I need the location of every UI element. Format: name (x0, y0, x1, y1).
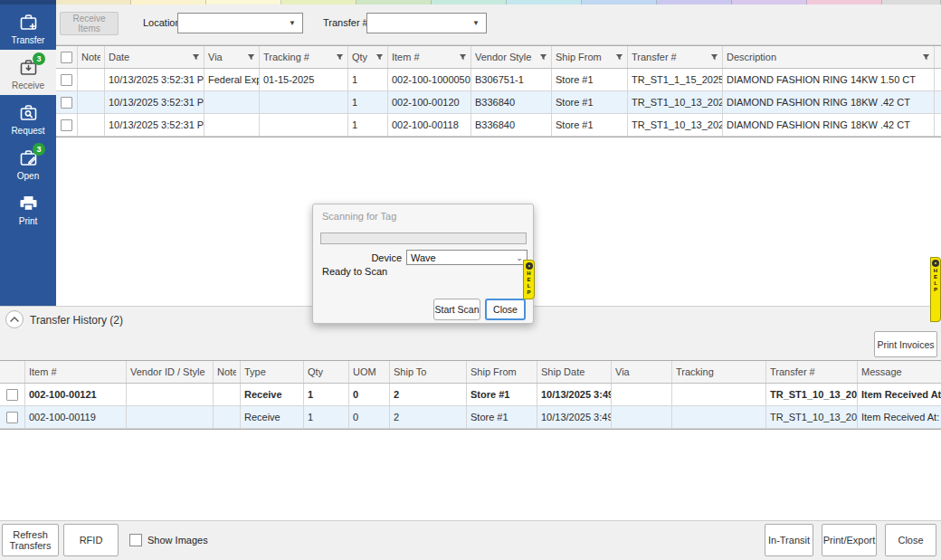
filter-icon[interactable] (459, 53, 467, 62)
column-header-via[interactable]: Via (204, 46, 260, 68)
column-header-qty[interactable]: Qty (348, 46, 388, 68)
close-button[interactable]: Close (885, 524, 936, 556)
filter-icon[interactable] (922, 53, 930, 62)
sidebar-item-request[interactable]: Request (0, 95, 56, 140)
column-header-description[interactable]: Description (723, 46, 935, 68)
cell-ship-date: 10/13/2025 3:49:0 (537, 384, 612, 405)
column-label: Transfer # (632, 46, 708, 68)
column-header-message[interactable]: Message (858, 361, 941, 383)
cell-transfer: TR_ST1_1_15_2025_1 (628, 69, 723, 90)
cell-note (78, 114, 105, 136)
table-row[interactable]: 10/13/2025 3:52:31 PM Federal Express 01… (56, 69, 941, 91)
transfer-number-dropdown[interactable]: ▼ (366, 13, 487, 33)
filter-icon[interactable] (336, 53, 344, 62)
filter-icon[interactable] (247, 53, 255, 62)
table-row[interactable]: 10/13/2025 3:52:31 PM 1 002-100-00118 B3… (56, 114, 941, 137)
collapse-history-button[interactable] (5, 310, 24, 328)
column-label: Ship From (556, 46, 613, 68)
column-header-transfer[interactable]: Transfer # (766, 361, 858, 383)
history-row[interactable]: 002-100-00121 Receive 1 0 2 Store #1 10/… (0, 384, 941, 406)
filter-icon[interactable] (192, 53, 200, 62)
column-header-note[interactable]: Note (214, 361, 241, 383)
cell-qty: 1 (348, 91, 388, 113)
cell-via (204, 114, 260, 136)
help-tab[interactable]: HELP (523, 260, 535, 299)
table-row[interactable]: 10/13/2025 3:52:31 PM 1 002-100-00120 B3… (56, 91, 941, 114)
column-label: Note (81, 46, 100, 68)
cell-note (78, 91, 105, 113)
column-header-note[interactable]: Note (78, 46, 105, 68)
cell-transfer: TR_ST1_10_13_2025_2 (766, 406, 858, 428)
device-select[interactable]: Wave ⌄ (406, 250, 528, 265)
in-transit-button[interactable]: In-Transit (765, 524, 813, 556)
cell-checkbox (0, 384, 25, 405)
column-header-date[interactable]: Date (105, 46, 204, 68)
cell-type: Receive (241, 384, 304, 405)
column-header-uom[interactable]: UOM (349, 361, 390, 383)
column-label: Via (208, 46, 245, 68)
row-checkbox[interactable] (61, 74, 72, 86)
cell-item: 002-100-1000050 (388, 69, 471, 90)
column-header-ship-from[interactable]: Ship From (467, 361, 537, 383)
dialog-close-button[interactable]: Close (485, 299, 526, 320)
filter-icon[interactable] (539, 53, 547, 62)
device-value: Wave (407, 252, 512, 263)
transfer-history-table: Item # Vendor ID / Style Note Type Qty U… (0, 360, 941, 430)
column-label: Message (861, 361, 937, 383)
sidebar-item-open[interactable]: 3 Open (0, 140, 56, 185)
cell-date: 10/13/2025 3:52:31 PM (105, 91, 204, 113)
briefcase-plus-icon (17, 12, 40, 33)
row-checkbox[interactable] (6, 412, 18, 423)
column-header-item[interactable]: Item # (25, 361, 127, 383)
column-header-ship-from[interactable]: Ship From (552, 46, 628, 68)
column-label: Ship To (394, 361, 462, 383)
refresh-transfers-button[interactable]: Refresh Transfers (2, 524, 59, 556)
cell-item: 002-100-00120 (388, 91, 471, 113)
cell-tracking (260, 114, 348, 136)
column-header-vendor-id-style[interactable]: Vendor ID / Style (127, 361, 214, 383)
help-tab-label: HELP (527, 271, 532, 296)
cell-uom: 0 (349, 406, 390, 428)
row-checkbox[interactable] (6, 389, 18, 401)
rfid-button[interactable]: RFID (63, 524, 119, 556)
filter-icon[interactable] (615, 53, 623, 62)
sidebar-item-print[interactable]: Print (0, 185, 56, 231)
history-row[interactable]: 002-100-00119 Receive 1 0 2 Store #1 10/… (0, 406, 941, 429)
cell-vendor-style: B306751-1 (471, 69, 552, 90)
show-images-checkbox[interactable] (129, 534, 142, 546)
sidebar-item-receive[interactable]: 3 Receive (0, 50, 56, 95)
cell-ship-from: Store #1 (552, 114, 628, 136)
sidebar-item-transfer[interactable]: Transfer (0, 5, 56, 50)
column-header-tracking[interactable]: Tracking (672, 361, 766, 383)
filter-icon[interactable] (710, 53, 718, 62)
select-all-cell (56, 46, 78, 68)
column-label: Via (615, 361, 668, 383)
cell-note (78, 69, 105, 90)
column-header-ship-date[interactable]: Ship Date (537, 361, 612, 383)
help-tab[interactable]: HELP (930, 257, 941, 322)
column-header-type[interactable]: Type (241, 361, 304, 383)
sidebar-item-label: Print (19, 216, 38, 226)
receive-items-button[interactable]: Receive Items (60, 12, 119, 35)
column-header-qty[interactable]: Qty (304, 361, 349, 383)
filter-icon[interactable] (375, 53, 384, 62)
start-scan-button[interactable]: Start Scan (433, 299, 480, 320)
transfer-number-label: Transfer # (323, 17, 368, 28)
cell-checkbox (56, 114, 78, 136)
row-checkbox[interactable] (61, 119, 72, 131)
column-header-transfer[interactable]: Transfer # (628, 46, 723, 68)
column-header-item[interactable]: Item # (388, 46, 471, 68)
select-all-checkbox[interactable] (61, 52, 72, 63)
device-label: Device (367, 252, 402, 263)
cell-qty: 1 (304, 406, 349, 428)
location-dropdown[interactable]: ▼ (177, 13, 303, 33)
cell-ship-date: 10/13/2025 3:49:0 (537, 406, 612, 428)
column-label: Qty (352, 46, 374, 68)
print-export-button[interactable]: Print/Export (822, 524, 877, 556)
column-header-vendor-style[interactable]: Vendor Style (471, 46, 552, 68)
column-header-via[interactable]: Via (612, 361, 672, 383)
column-header-tracking[interactable]: Tracking # (260, 46, 348, 68)
row-checkbox[interactable] (61, 97, 72, 109)
print-invoices-button[interactable]: Print Invoices (874, 331, 937, 357)
column-header-ship-to[interactable]: Ship To (390, 361, 467, 383)
